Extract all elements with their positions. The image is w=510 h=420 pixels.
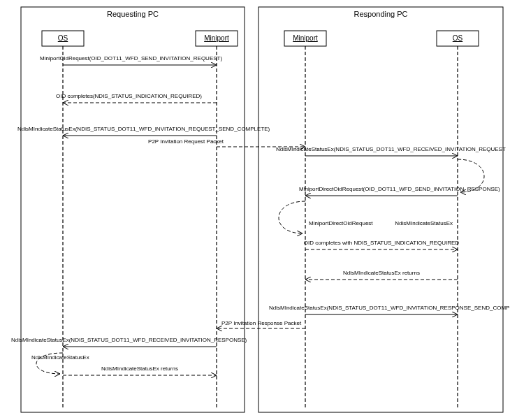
msg-m7a: MiniportDirectOidRequest bbox=[309, 220, 373, 226]
msg-m4: P2P Invitation Request Packet bbox=[148, 138, 224, 145]
sequence-diagram: Requesting PC OS Miniport Responding PC … bbox=[0, 0, 510, 420]
msg-m8: OID completes with NDIS_STATUS_INDICATIO… bbox=[304, 240, 459, 246]
msg-m13a: NdisMIndicateStatusEx bbox=[31, 354, 89, 361]
msg-m7b: NdisMIndicateStatusEx bbox=[395, 220, 453, 226]
msg-m9: NdisMIndicateStatusEx returns bbox=[343, 270, 420, 276]
msg-m11: P2P Invitation Response Packet bbox=[221, 320, 302, 326]
responding-pc-title: Responding PC bbox=[354, 10, 407, 18]
svg-rect-5 bbox=[258, 7, 503, 412]
msg-m13b: NdisMIndicateStatusEx returns bbox=[101, 365, 178, 372]
right-miniport-label: Miniport bbox=[293, 34, 318, 42]
msg-m5: NdisMIndicateStatusEx(NDIS_STATUS_DOT11_… bbox=[276, 146, 506, 152]
messages-left: MiniportOidRequest(OID_DOT11_WFD_SEND_IN… bbox=[11, 55, 305, 375]
requesting-pc-title: Requesting PC bbox=[107, 10, 159, 18]
msg-m6: MiniportDirectOidRequest(OID_DOT11_WFD_S… bbox=[299, 186, 500, 192]
left-os-label: OS bbox=[58, 34, 68, 42]
msg-m12: NdisMIndicateStatusEx(NDIS_STATUS_DOT11_… bbox=[11, 337, 247, 343]
svg-rect-0 bbox=[21, 7, 245, 412]
msg-m10: NdisMIndicateStatusEx(NDIS_STATUS_DOT11_… bbox=[269, 305, 510, 311]
responding-pc-frame: Responding PC Miniport OS bbox=[258, 7, 503, 412]
messages-right: NdisMIndicateStatusEx(NDIS_STATUS_DOT11_… bbox=[217, 146, 510, 328]
msg-m3: NdisMIndicateStatusEx(NDIS_STATUS_DOT11_… bbox=[17, 126, 270, 132]
left-miniport-label: Miniport bbox=[204, 34, 229, 42]
msg-m1: MiniportOidRequest(OID_DOT11_WFD_SEND_IN… bbox=[40, 55, 222, 61]
right-os-label: OS bbox=[453, 34, 463, 42]
msg-m2: OID completes(NDIS_STATUS_INDICATION_REQ… bbox=[56, 93, 202, 99]
requesting-pc-frame: Requesting PC OS Miniport bbox=[21, 7, 245, 412]
